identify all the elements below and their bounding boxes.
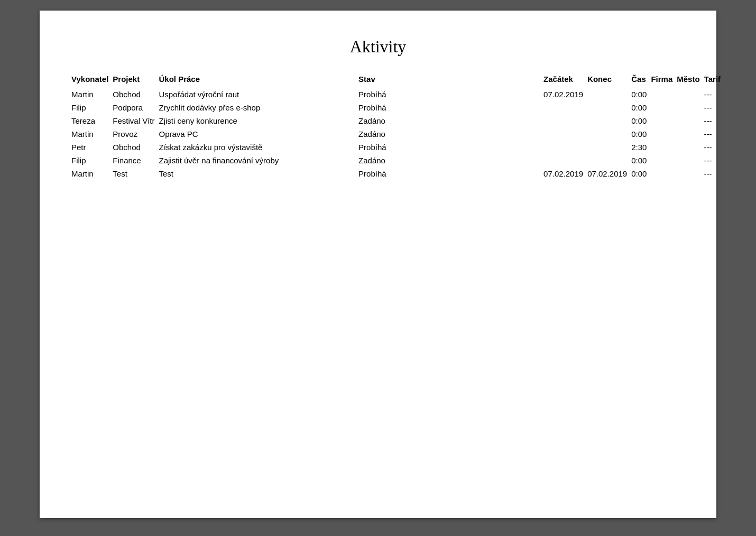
cell-zacatek <box>543 101 587 114</box>
cell-ukol: Oprava PC <box>159 127 359 141</box>
cell-firma <box>651 127 677 141</box>
col-header-mesto: Město <box>677 72 704 88</box>
cell-mesto <box>677 88 704 101</box>
table-row: TerezaFestival VítrZjisti ceny konkurenc… <box>71 114 725 127</box>
cell-zacatek: 07.02.2019 <box>543 167 587 180</box>
cell-firma <box>651 141 677 154</box>
cell-tarif: --- <box>704 127 725 141</box>
cell-konec <box>587 114 631 127</box>
cell-tarif: --- <box>704 114 725 127</box>
cell-mesto <box>677 167 704 180</box>
cell-tarif: --- <box>704 154 725 167</box>
cell-zacatek <box>543 141 587 154</box>
cell-vykonatel: Martin <box>71 127 113 141</box>
cell-konec: 07.02.2019 <box>587 167 631 180</box>
table-row: FilipPodporaZrychlit dodávky přes e-shop… <box>71 101 725 114</box>
activity-table: Vykonatel Projekt Úkol Práce Stav Začáte… <box>71 72 725 180</box>
cell-stav: Zadáno <box>358 154 543 167</box>
cell-tarif: --- <box>704 88 725 101</box>
cell-konec <box>587 154 631 167</box>
cell-tarif: --- <box>704 101 725 114</box>
cell-cas: 0:00 <box>631 101 651 114</box>
col-header-projekt: Projekt <box>113 72 159 88</box>
cell-firma <box>651 101 677 114</box>
cell-projekt: Obchod <box>113 88 159 101</box>
cell-vykonatel: Martin <box>71 88 113 101</box>
cell-mesto <box>677 127 704 141</box>
cell-stav: Probíhá <box>358 88 543 101</box>
table-row: FilipFinanceZajistit úvěr na financování… <box>71 154 725 167</box>
cell-ukol: Uspořádat výroční raut <box>159 88 359 101</box>
cell-cas: 0:00 <box>631 127 651 141</box>
cell-stav: Probíhá <box>358 141 543 154</box>
cell-stav: Probíhá <box>358 167 543 180</box>
col-header-ukol-prace: Úkol Práce <box>159 72 359 88</box>
table-row: PetrObchodZískat zakázku pro výstavištěP… <box>71 141 725 154</box>
cell-cas: 2:30 <box>631 141 651 154</box>
cell-konec <box>587 101 631 114</box>
cell-zacatek <box>543 114 587 127</box>
cell-stav: Zadáno <box>358 127 543 141</box>
cell-vykonatel: Martin <box>71 167 113 180</box>
col-header-konec: Konec <box>587 72 631 88</box>
cell-projekt: Test <box>113 167 159 180</box>
cell-projekt: Finance <box>113 154 159 167</box>
col-header-stav: Stav <box>358 72 543 88</box>
col-header-zacatek: Začátek <box>543 72 587 88</box>
col-header-vykonatel: Vykonatel <box>71 72 113 88</box>
cell-ukol: Zrychlit dodávky přes e-shop <box>159 101 359 114</box>
cell-ukol: Test <box>159 167 359 180</box>
cell-firma <box>651 114 677 127</box>
cell-konec <box>587 88 631 101</box>
table-row: MartinObchodUspořádat výroční rautProbíh… <box>71 88 725 101</box>
cell-stav: Probíhá <box>358 101 543 114</box>
cell-ukol: Zajistit úvěr na financování výroby <box>159 154 359 167</box>
col-header-firma: Firma <box>651 72 677 88</box>
cell-firma <box>651 88 677 101</box>
cell-tarif: --- <box>704 167 725 180</box>
col-header-tarif: Tarif <box>704 72 725 88</box>
cell-zacatek <box>543 154 587 167</box>
table-row: MartinTestTestProbíhá07.02.201907.02.201… <box>71 167 725 180</box>
cell-stav: Zadáno <box>358 114 543 127</box>
col-header-cas: Čas <box>631 72 651 88</box>
table-row: MartinProvozOprava PCZadáno0:00--- <box>71 127 725 141</box>
cell-mesto <box>677 114 704 127</box>
cell-vykonatel: Filip <box>71 101 113 114</box>
page-container: Aktivity Vykonatel Projekt Úkol Práce St… <box>40 11 716 518</box>
cell-vykonatel: Tereza <box>71 114 113 127</box>
cell-cas: 0:00 <box>631 154 651 167</box>
cell-zacatek <box>543 127 587 141</box>
table-header-row: Vykonatel Projekt Úkol Práce Stav Začáte… <box>71 72 725 88</box>
cell-mesto <box>677 154 704 167</box>
cell-projekt: Podpora <box>113 101 159 114</box>
cell-mesto <box>677 101 704 114</box>
cell-firma <box>651 167 677 180</box>
cell-firma <box>651 154 677 167</box>
cell-mesto <box>677 141 704 154</box>
cell-zacatek: 07.02.2019 <box>543 88 587 101</box>
cell-projekt: Festival Vítr <box>113 114 159 127</box>
cell-vykonatel: Petr <box>71 141 113 154</box>
cell-tarif: --- <box>704 141 725 154</box>
cell-cas: 0:00 <box>631 114 651 127</box>
cell-vykonatel: Filip <box>71 154 113 167</box>
cell-ukol: Získat zakázku pro výstaviště <box>159 141 359 154</box>
cell-konec <box>587 127 631 141</box>
cell-ukol: Zjisti ceny konkurence <box>159 114 359 127</box>
page-title: Aktivity <box>71 37 685 57</box>
cell-projekt: Obchod <box>113 141 159 154</box>
cell-konec <box>587 141 631 154</box>
cell-cas: 0:00 <box>631 88 651 101</box>
cell-cas: 0:00 <box>631 167 651 180</box>
cell-projekt: Provoz <box>113 127 159 141</box>
